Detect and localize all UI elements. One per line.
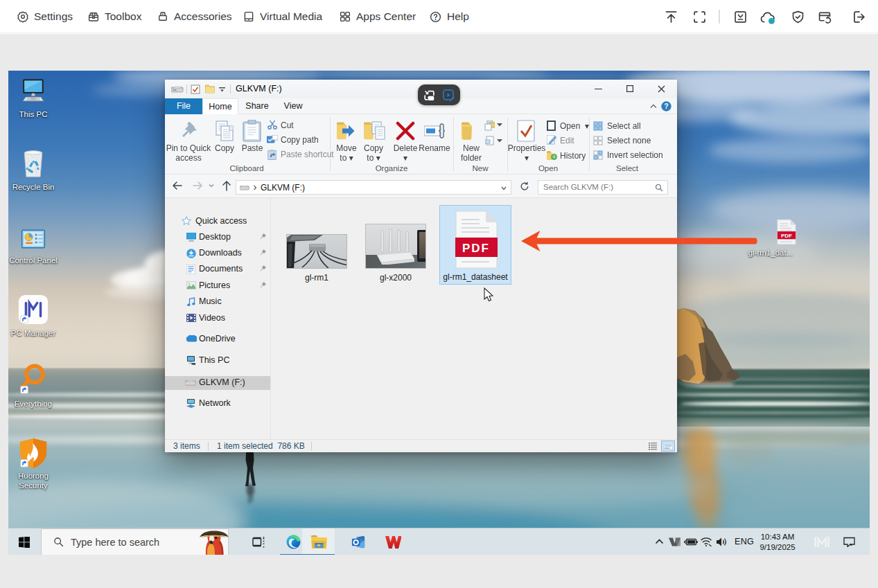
- svg-text:PDF: PDF: [781, 233, 792, 239]
- svg-text:PDF: PDF: [462, 242, 490, 255]
- svg-text:?: ?: [664, 102, 668, 110]
